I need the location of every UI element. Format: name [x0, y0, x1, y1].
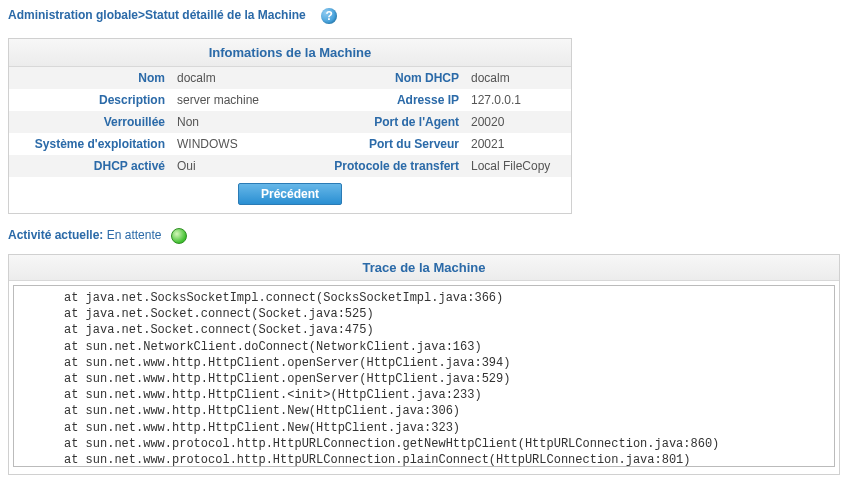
value-description: server machine — [171, 89, 293, 111]
value-protocole-transfert: Local FileCopy — [465, 155, 571, 177]
table-row: Nom docalm Nom DHCP docalm — [9, 67, 571, 89]
help-icon[interactable]: ? — [321, 8, 337, 24]
breadcrumb-parent-link[interactable]: Administration globale — [8, 8, 138, 22]
value-port-serveur: 20021 — [465, 133, 571, 155]
machine-info-table: Nom docalm Nom DHCP docalm Description s… — [9, 67, 571, 177]
table-row: Description server machine Adresse IP 12… — [9, 89, 571, 111]
trace-body — [9, 281, 839, 474]
trace-panel: Trace de la Machine — [8, 254, 840, 475]
value-port-agent: 20020 — [465, 111, 571, 133]
value-systeme-exploitation: WINDOWS — [171, 133, 293, 155]
precedent-button[interactable]: Précédent — [238, 183, 342, 205]
value-dhcp-active: Oui — [171, 155, 293, 177]
button-row: Précédent — [9, 177, 571, 213]
label-protocole-transfert: Protocole de transfert — [293, 155, 465, 177]
label-verrouillee: Verrouillée — [9, 111, 171, 133]
label-systeme-exploitation: Système d'exploitation — [9, 133, 171, 155]
label-port-serveur: Port du Serveur — [293, 133, 465, 155]
breadcrumb-separator: > — [138, 8, 145, 22]
activity-status: En attente — [107, 228, 162, 242]
breadcrumb-current: Statut détaillé de la Machine — [145, 8, 306, 22]
label-description: Description — [9, 89, 171, 111]
value-nom-dhcp: docalm — [465, 67, 571, 89]
trace-textarea[interactable] — [13, 285, 835, 467]
trace-title: Trace de la Machine — [9, 255, 839, 281]
value-adresse-ip: 127.0.0.1 — [465, 89, 571, 111]
label-adresse-ip: Adresse IP — [293, 89, 465, 111]
table-row: Système d'exploitation WINDOWS Port du S… — [9, 133, 571, 155]
value-verrouillee: Non — [171, 111, 293, 133]
value-nom: docalm — [171, 67, 293, 89]
table-row: Verrouillée Non Port de l'Agent 20020 — [9, 111, 571, 133]
activity-line: Activité actuelle: En attente — [8, 228, 840, 244]
label-nom: Nom — [9, 67, 171, 89]
table-row: DHCP activé Oui Protocole de transfert L… — [9, 155, 571, 177]
status-ok-icon — [171, 228, 187, 244]
label-port-agent: Port de l'Agent — [293, 111, 465, 133]
activity-label: Activité actuelle: — [8, 228, 103, 242]
breadcrumb: Administration globale>Statut détaillé d… — [8, 8, 840, 24]
machine-info-title: Infomations de la Machine — [9, 39, 571, 67]
label-dhcp-active: DHCP activé — [9, 155, 171, 177]
machine-info-panel: Infomations de la Machine Nom docalm Nom… — [8, 38, 572, 214]
label-nom-dhcp: Nom DHCP — [293, 67, 465, 89]
